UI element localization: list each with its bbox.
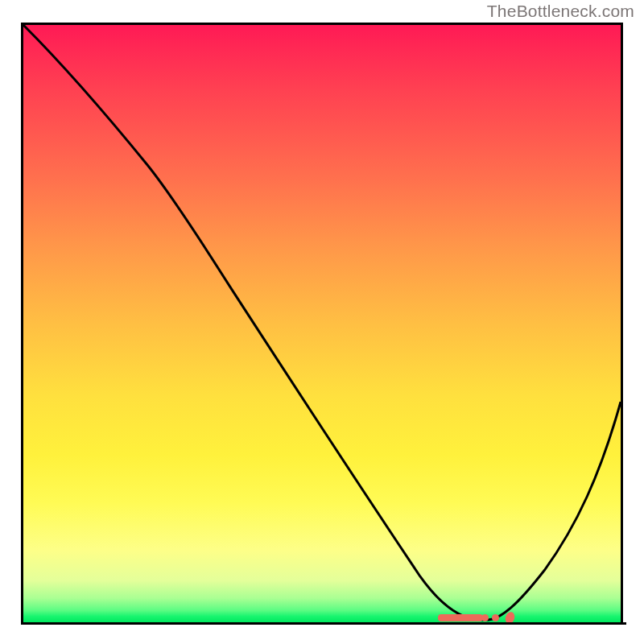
- attribution-label: TheBottleneck.com: [487, 2, 634, 21]
- x-axis: [21, 622, 626, 625]
- marker-dot-icon: [492, 614, 499, 621]
- marker-dash-icon: [481, 614, 489, 621]
- y-axis: [21, 23, 23, 625]
- bottleneck-curve: [23, 25, 621, 622]
- plot-area: [23, 23, 623, 622]
- marker-segment: [438, 614, 483, 621]
- chart-canvas: TheBottleneck.com: [0, 0, 644, 644]
